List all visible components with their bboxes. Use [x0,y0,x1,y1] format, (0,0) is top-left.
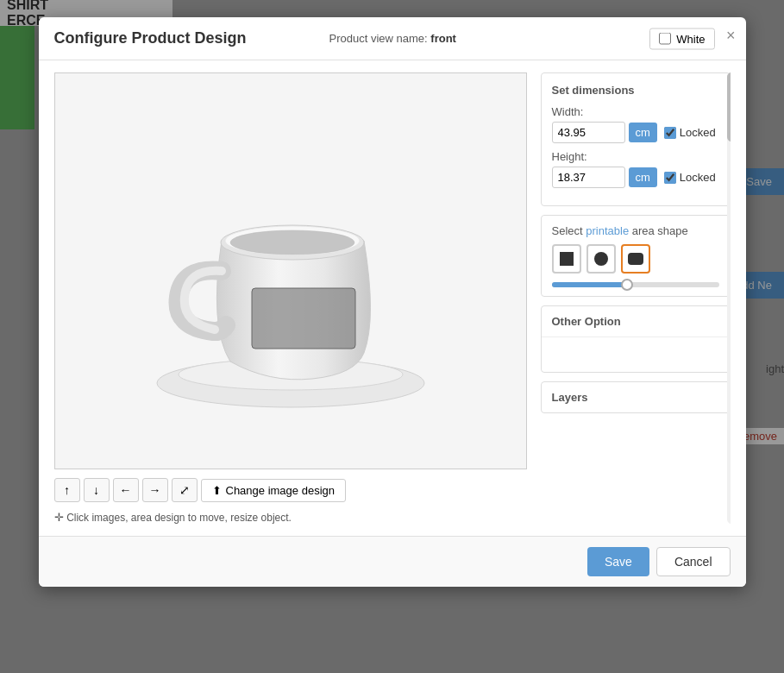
hint-text: Click images, area design to move, resiz… [66,512,292,524]
printable-area[interactable] [252,288,355,349]
shape-section: Select printable area shape [541,215,731,297]
expand-button[interactable]: ⤢ [172,478,198,502]
close-button[interactable]: × [726,28,736,43]
layers-title: Layers [552,391,588,404]
right-panel: Set dimensions Width: cm Locked [541,72,731,524]
configure-product-modal: Configure Product Design Product view na… [39,17,746,587]
other-option-title: Other Option [552,315,621,328]
rounded-shape-button[interactable] [621,244,650,274]
left-arrow-icon: ← [120,483,132,497]
printable-highlight: printable [586,224,629,237]
height-locked-checkbox[interactable] [664,172,676,184]
square-shape-icon [560,252,574,266]
white-label: White [676,32,705,45]
height-input[interactable] [552,167,625,188]
scroll-track[interactable] [727,72,731,524]
cup-svg [135,129,446,413]
move-up-button[interactable]: ↑ [54,478,80,502]
other-option-section: Other Option [541,305,731,373]
other-option-body [542,337,730,372]
down-arrow-icon: ↓ [93,483,99,497]
change-image-button[interactable]: ⬆ Change image design [201,479,346,502]
right-arrow-icon: → [149,483,161,497]
slider-thumb[interactable] [621,279,633,291]
change-image-label: Change image design [226,484,335,497]
modal-header: Configure Product Design Product view na… [39,17,746,60]
width-row: Width: cm Locked [552,105,719,143]
shape-buttons [552,244,719,274]
move-left-button[interactable]: ← [113,478,139,502]
slider-row [552,282,719,287]
svg-point-4 [230,230,354,255]
width-label: Width: [552,105,719,118]
slider-fill [552,282,627,287]
width-input[interactable] [552,122,625,143]
circle-shape-button[interactable] [586,244,616,274]
move-down-button[interactable]: ↓ [84,478,110,502]
width-input-row: cm Locked [552,122,719,143]
canvas-area: ↑ ↓ ← → ⤢ ⬆ Change [54,72,527,524]
white-checkbox-area[interactable]: White [649,28,714,49]
rounded-shape-icon [628,253,643,265]
shape-section-title: Select printable area shape [552,224,719,237]
modal-title: Configure Product Design [54,29,247,47]
toolbar-row: ↑ ↓ ← → ⤢ ⬆ Change [54,478,527,502]
width-locked-checkbox[interactable] [664,127,676,139]
expand-icon: ⤢ [179,483,190,497]
other-option-header: Other Option [542,306,730,337]
width-locked-label: Locked [664,126,716,139]
up-arrow-icon: ↑ [64,483,70,497]
square-shape-button[interactable] [552,244,581,274]
move-cursor-icon: ✛ [54,511,64,524]
move-right-button[interactable]: → [142,478,168,502]
layers-section: Layers [541,381,731,413]
dimensions-section: Set dimensions Width: cm Locked [541,72,731,206]
view-name-label: Product view name: front [329,32,456,45]
width-unit-button[interactable]: cm [629,123,657,142]
circle-shape-icon [594,252,608,266]
upload-icon: ⬆ [212,484,222,497]
footer-cancel-button[interactable]: Cancel [656,547,731,576]
height-label: Height: [552,150,719,163]
height-locked-label: Locked [664,171,716,184]
height-unit-button[interactable]: cm [629,167,657,187]
modal-footer: Save Cancel [39,536,746,587]
white-checkbox[interactable] [659,33,671,45]
scroll-thumb[interactable] [727,72,731,142]
layers-header: Layers [542,382,730,412]
view-name-value: front [430,32,456,45]
design-canvas[interactable] [54,72,527,469]
modal-body: ↑ ↓ ← → ⤢ ⬆ Change [39,60,746,536]
height-input-row: cm Locked [552,167,719,188]
dimensions-title: Set dimensions [552,84,719,97]
slider-track[interactable] [552,282,719,287]
modal-overlay: Configure Product Design Product view na… [0,0,784,673]
hint-text-row: ✛ Click images, area design to move, res… [54,511,527,524]
footer-save-button[interactable]: Save [587,547,649,576]
height-row: Height: cm Locked [552,150,719,188]
